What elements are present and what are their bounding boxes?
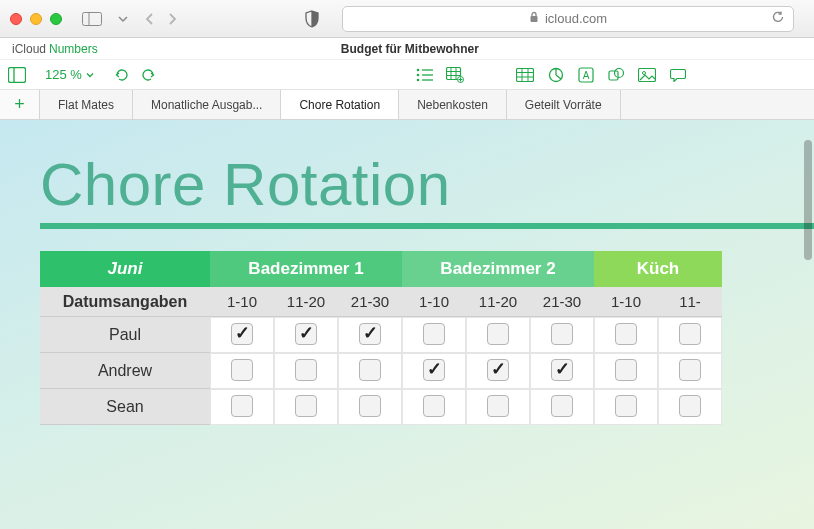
sidebar-toggle-button[interactable] bbox=[78, 10, 106, 28]
checkbox[interactable] bbox=[231, 323, 253, 345]
vertical-scrollbar[interactable] bbox=[804, 140, 812, 260]
checkbox-cell[interactable] bbox=[466, 317, 530, 353]
checkbox[interactable] bbox=[679, 395, 701, 417]
checkbox-cell[interactable] bbox=[594, 389, 658, 425]
format-panel-button[interactable] bbox=[8, 67, 26, 83]
checkbox[interactable] bbox=[359, 395, 381, 417]
checkbox-cell[interactable] bbox=[338, 353, 402, 389]
checkbox[interactable] bbox=[231, 359, 253, 381]
table-group-header[interactable]: Küch bbox=[594, 251, 722, 287]
checkbox-cell[interactable] bbox=[658, 317, 722, 353]
reload-button[interactable] bbox=[771, 10, 785, 27]
back-button[interactable] bbox=[140, 10, 160, 28]
checkbox[interactable] bbox=[679, 323, 701, 345]
checkbox-cell[interactable] bbox=[466, 353, 530, 389]
row-name-cell[interactable]: Sean bbox=[40, 389, 210, 425]
zoom-control[interactable]: 125 % bbox=[38, 64, 101, 85]
insert-media-button[interactable] bbox=[638, 68, 656, 82]
add-sheet-button[interactable]: + bbox=[0, 90, 40, 119]
insert-comment-button[interactable] bbox=[670, 68, 686, 82]
checkbox-cell[interactable] bbox=[530, 353, 594, 389]
checkbox-cell[interactable] bbox=[274, 353, 338, 389]
checkbox-cell[interactable] bbox=[658, 389, 722, 425]
forward-button[interactable] bbox=[162, 10, 182, 28]
checkbox-cell[interactable] bbox=[402, 317, 466, 353]
checkbox-cell[interactable] bbox=[210, 353, 274, 389]
checkbox-cell[interactable] bbox=[338, 389, 402, 425]
checkbox[interactable] bbox=[615, 359, 637, 381]
dropdown-chevron-icon[interactable] bbox=[114, 13, 132, 25]
spreadsheet-canvas[interactable]: Chore Rotation JuniBadezimmer 1Badezimme… bbox=[0, 120, 814, 529]
checkbox[interactable] bbox=[487, 359, 509, 381]
table-group-header[interactable]: Badezimmer 1 bbox=[210, 251, 402, 287]
table-group-header[interactable]: Badezimmer 2 bbox=[402, 251, 594, 287]
insert-category-button[interactable] bbox=[446, 67, 464, 83]
close-window-button[interactable] bbox=[10, 13, 22, 25]
checkbox-cell[interactable] bbox=[338, 317, 402, 353]
list-style-button[interactable] bbox=[416, 68, 434, 82]
checkbox-cell[interactable] bbox=[402, 353, 466, 389]
zoom-value: 125 % bbox=[45, 67, 82, 82]
date-range-header[interactable]: 11-20 bbox=[274, 287, 338, 317]
checkbox-cell[interactable] bbox=[210, 317, 274, 353]
checkbox[interactable] bbox=[359, 359, 381, 381]
checkbox-cell[interactable] bbox=[530, 317, 594, 353]
checkbox[interactable] bbox=[231, 395, 253, 417]
sheet-tab-2[interactable]: Chore Rotation bbox=[281, 90, 399, 119]
insert-shape-button[interactable] bbox=[608, 67, 624, 83]
checkbox[interactable] bbox=[359, 323, 381, 345]
checkbox[interactable] bbox=[615, 323, 637, 345]
checkbox-cell[interactable] bbox=[658, 353, 722, 389]
svg-rect-0 bbox=[83, 12, 102, 25]
checkbox[interactable] bbox=[615, 395, 637, 417]
checkbox[interactable] bbox=[295, 395, 317, 417]
checkbox-cell[interactable] bbox=[274, 317, 338, 353]
checkbox-cell[interactable] bbox=[402, 389, 466, 425]
chore-table[interactable]: JuniBadezimmer 1Badezimmer 2KüchDatumsan… bbox=[40, 251, 722, 425]
checkbox[interactable] bbox=[295, 323, 317, 345]
date-range-header[interactable]: 11- bbox=[658, 287, 722, 317]
checkbox[interactable] bbox=[551, 395, 573, 417]
maximize-window-button[interactable] bbox=[50, 13, 62, 25]
sheet-tab-1[interactable]: Monatliche Ausgab... bbox=[133, 90, 281, 119]
checkbox[interactable] bbox=[423, 323, 445, 345]
sheet-tab-0[interactable]: Flat Mates bbox=[40, 90, 133, 119]
row-name-cell[interactable]: Andrew bbox=[40, 353, 210, 389]
date-range-header[interactable]: 11-20 bbox=[466, 287, 530, 317]
checkbox[interactable] bbox=[295, 359, 317, 381]
dates-label[interactable]: Datumsangaben bbox=[40, 287, 210, 317]
toolbar: 125 % A bbox=[0, 60, 814, 90]
address-bar[interactable]: icloud.com bbox=[342, 6, 794, 32]
checkbox[interactable] bbox=[487, 323, 509, 345]
privacy-shield-icon[interactable] bbox=[300, 8, 324, 30]
checkbox-cell[interactable] bbox=[210, 389, 274, 425]
date-range-header[interactable]: 21-30 bbox=[530, 287, 594, 317]
checkbox[interactable] bbox=[423, 359, 445, 381]
checkbox-cell[interactable] bbox=[274, 389, 338, 425]
date-range-header[interactable]: 1-10 bbox=[210, 287, 274, 317]
date-range-header[interactable]: 1-10 bbox=[594, 287, 658, 317]
date-range-header[interactable]: 1-10 bbox=[402, 287, 466, 317]
insert-text-button[interactable]: A bbox=[578, 67, 594, 83]
insert-table-button[interactable] bbox=[516, 68, 534, 82]
date-range-header[interactable]: 21-30 bbox=[338, 287, 402, 317]
sheet-tab-3[interactable]: Nebenkosten bbox=[399, 90, 507, 119]
redo-button[interactable] bbox=[141, 67, 157, 83]
insert-chart-button[interactable] bbox=[548, 67, 564, 83]
minimize-window-button[interactable] bbox=[30, 13, 42, 25]
checkbox-cell[interactable] bbox=[594, 317, 658, 353]
checkbox[interactable] bbox=[487, 395, 509, 417]
checkbox[interactable] bbox=[551, 359, 573, 381]
checkbox-cell[interactable] bbox=[466, 389, 530, 425]
checkbox[interactable] bbox=[551, 323, 573, 345]
checkbox[interactable] bbox=[679, 359, 701, 381]
table-month-header[interactable]: Juni bbox=[40, 251, 210, 287]
svg-rect-2 bbox=[530, 16, 537, 22]
checkbox[interactable] bbox=[423, 395, 445, 417]
sheet-tab-4[interactable]: Geteilt Vorräte bbox=[507, 90, 621, 119]
svg-rect-27 bbox=[609, 71, 618, 80]
checkbox-cell[interactable] bbox=[594, 353, 658, 389]
undo-button[interactable] bbox=[113, 67, 129, 83]
row-name-cell[interactable]: Paul bbox=[40, 317, 210, 353]
checkbox-cell[interactable] bbox=[530, 389, 594, 425]
